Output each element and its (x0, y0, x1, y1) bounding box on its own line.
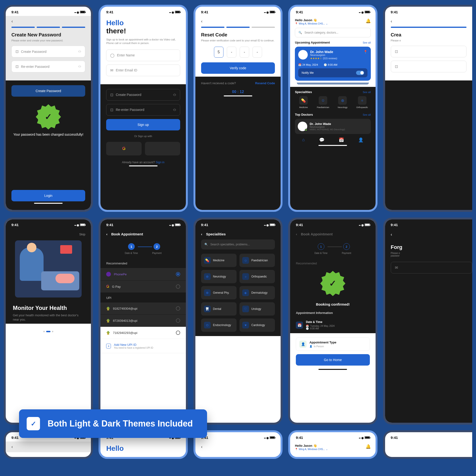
create-password-input[interactable]: ⊡ Create Password ⦵ (106, 89, 180, 101)
step-2-circle: 2 (153, 243, 160, 250)
back-icon[interactable]: ‹ (391, 19, 392, 24)
spec-endocrinology[interactable]: ⊙Endocrinology (201, 319, 237, 332)
card-stack-indicator (297, 83, 369, 85)
notify-toggle[interactable] (356, 71, 364, 75)
skip-button[interactable]: Skip (6, 229, 91, 238)
eye-off-icon[interactable]: ⦵ (78, 65, 81, 68)
spec-orthopaedic[interactable]: ⟐Orthopaedic (239, 270, 275, 283)
status-bar: 9:41 (385, 220, 472, 229)
verify-button[interactable]: Verify code (201, 62, 275, 74)
back-icon[interactable]: ‹ (296, 232, 297, 236)
doctor-avatar (298, 122, 307, 131)
spec-dental[interactable]: 🦷Dental (201, 302, 237, 316)
success-message: Your password has been changed successfu… (11, 132, 85, 137)
step-indicator: 1Date & Time 2Payment (290, 243, 375, 255)
go-home-button[interactable]: Go to Home (296, 354, 370, 366)
nav-chat-icon[interactable]: 💬 (319, 137, 324, 143)
login-button[interactable]: Login (11, 190, 85, 201)
location-pin-icon[interactable]: 📍 (363, 50, 368, 54)
spec-cardiology[interactable]: ♥Cardiology (239, 319, 275, 332)
bell-icon[interactable]: 🔔 (366, 444, 371, 449)
eye-off-icon[interactable]: ⦵ (173, 108, 176, 112)
radio-selected[interactable] (176, 272, 180, 276)
bell-icon[interactable]: 🔔 (366, 18, 371, 24)
back-icon[interactable]: ‹ (11, 444, 13, 449)
upi-label: UPI (101, 296, 186, 303)
eye-off-icon[interactable]: ⦵ (173, 93, 176, 97)
screen-home: 9:41 Hello Jason 👋 📍 Wing A, Windows CHS… (288, 5, 377, 212)
reenter-password-input[interactable]: ⊡ Re-enter Password ⦵ (106, 104, 180, 116)
greeting-text: Hello Jason 👋 (295, 18, 328, 22)
user-icon: ◯ (110, 53, 115, 58)
input-partial[interactable]: ⊡ (391, 46, 466, 57)
doctor-name: Dr. John Wade (310, 50, 361, 54)
spec-dermatology[interactable]: ◈Dermatology (239, 286, 275, 299)
back-icon[interactable]: ‹ (391, 232, 472, 237)
nav-calendar-icon[interactable]: 📅 (339, 137, 344, 143)
doctor-card[interactable]: Dr. John Wade Neurosurgeon MBBS, MCPS(Me… (295, 119, 371, 134)
input-partial[interactable]: ⊡ (391, 61, 466, 72)
screen-payment: 9:41 ‹ Book Appointment 1Date & Time 2Pa… (99, 218, 187, 425)
see-all-link[interactable]: See all (363, 113, 371, 116)
speciality-orthopaedic[interactable]: ⟐Orthopaedic (354, 96, 371, 108)
status-time: 9:41 (201, 223, 208, 227)
success-badge-icon: ✓ (322, 273, 343, 294)
countdown-timer: 00 : 12 (201, 90, 275, 94)
reenter-password-input[interactable]: ⊡ Re-enter Password ⦵ (11, 61, 85, 72)
search-input[interactable]: 🔍 Search specialities, problems... (201, 239, 275, 249)
spec-paediatrician[interactable]: ☺Paediatrician (239, 254, 275, 267)
code-digit-1[interactable]: 5 (214, 47, 223, 58)
upi-option-2[interactable]: 8728394013@upi (101, 315, 186, 326)
resend-link[interactable]: Resend Code (255, 81, 275, 85)
screen-booking-confirmed: 9:41 ‹ Book Appointment 1Date & Time 2Pa… (288, 218, 377, 425)
back-icon[interactable]: ‹ (11, 19, 13, 24)
signup-button[interactable]: Sign up (106, 119, 180, 130)
radio-unselected[interactable] (176, 319, 180, 323)
email-input[interactable]: ✉ Enter Email ID (106, 65, 180, 76)
name-input[interactable]: ◯ Enter Name (106, 50, 180, 61)
location-selector[interactable]: 📍 Wing A, Windows CHS... ⌄ (295, 22, 328, 25)
add-upi-button[interactable]: + Add New UPI ID You need to have a regi… (101, 339, 186, 353)
search-input[interactable]: 🔍 Search category, doctors... (295, 28, 371, 37)
bone-icon: ⟐ (358, 96, 367, 105)
code-digit-2[interactable]: - (227, 47, 236, 58)
status-bar: 9:41 (195, 7, 281, 16)
radio-unselected[interactable] (176, 284, 180, 289)
code-digit-3[interactable]: - (240, 47, 249, 58)
signin-link[interactable]: Sign in (156, 161, 165, 164)
speciality-neurology[interactable]: ⊛Neurology (334, 96, 351, 108)
apple-signin-button[interactable] (145, 142, 180, 155)
upi-option-1[interactable]: 9182749304@upi (101, 303, 186, 314)
eye-off-icon[interactable]: ⦵ (78, 50, 81, 53)
nav-home-icon[interactable]: ⌂ (302, 137, 305, 143)
speciality-paediatrician[interactable]: ☺Paediatrician (314, 96, 332, 108)
back-icon[interactable]: ‹ (106, 232, 107, 236)
create-password-button[interactable]: Create Password (11, 85, 85, 97)
input-partial[interactable]: ✉ (391, 262, 472, 273)
appointment-card[interactable]: Dr. John Wade Neurosurgeon ★★★★☆ (515 re… (295, 47, 371, 81)
code-digit-4[interactable]: - (253, 47, 262, 58)
spec-general[interactable]: ⊕General Phy. (201, 286, 237, 299)
see-all-link[interactable]: See all (363, 41, 371, 44)
radio-unselected[interactable] (176, 331, 180, 335)
see-all-link[interactable]: See all (363, 91, 371, 94)
speciality-medicine[interactable]: 💊Medicine (295, 96, 312, 108)
location-selector[interactable]: 📍Wing A, Windows CHS...⌄ (295, 448, 328, 451)
google-signin-button[interactable]: G (106, 142, 141, 155)
spec-urology[interactable]: ♡Urology (239, 302, 275, 316)
upi-option-3[interactable]: 7182940293@upi (101, 327, 186, 339)
lock-icon: ⊡ (395, 64, 398, 69)
back-icon[interactable]: ‹ (201, 19, 203, 24)
status-bar: 9:41 (101, 220, 186, 229)
back-icon[interactable]: ‹ (201, 444, 203, 449)
radio-unselected[interactable] (176, 306, 180, 311)
nav-profile-icon[interactable]: 👤 (358, 137, 363, 143)
payment-gpay[interactable]: G G Pay (101, 281, 186, 292)
tooth-icon: 🦷 (204, 306, 211, 312)
payment-phonepe[interactable]: PhonePe (101, 268, 186, 280)
back-icon[interactable]: ‹ (201, 232, 202, 236)
spec-neurology[interactable]: ⊛Neurology (201, 270, 237, 283)
spec-medicine[interactable]: 💊Medicine (201, 254, 237, 267)
screen-onboarding: 9:41 Skip Monitor Your Health Get your h… (4, 218, 93, 425)
create-password-input[interactable]: ⊡ Create Password ⦵ (11, 46, 85, 57)
